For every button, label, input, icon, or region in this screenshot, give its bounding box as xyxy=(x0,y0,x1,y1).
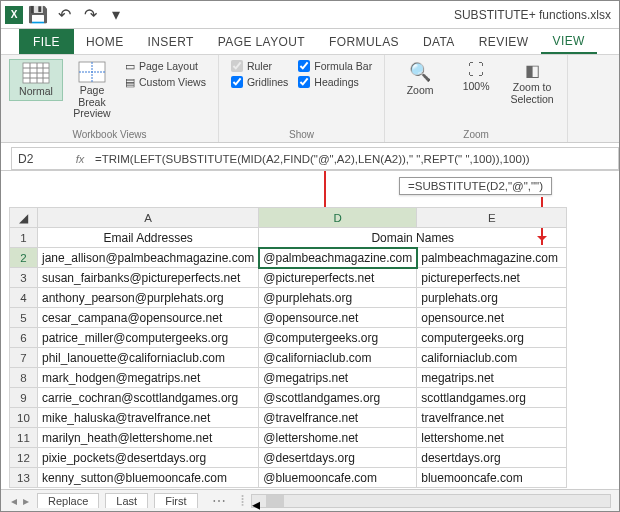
cell[interactable]: @bluemooncafe.com xyxy=(259,468,417,488)
zoom-100-button[interactable]: ⛶ 100% xyxy=(449,59,503,95)
row-header[interactable]: 1 xyxy=(10,228,38,248)
tab-data[interactable]: DATA xyxy=(411,29,467,54)
cell[interactable]: jane_allison@palmbeachmagazine.com xyxy=(38,248,259,268)
cell[interactable]: @megatrips.net xyxy=(259,368,417,388)
row-header[interactable]: 12 xyxy=(10,448,38,468)
cell[interactable]: @californiaclub.com xyxy=(259,348,417,368)
zoom-button[interactable]: 🔍 Zoom xyxy=(393,59,447,99)
floating-formula: =SUBSTITUTE(D2,"@","") xyxy=(399,177,552,195)
tab-home[interactable]: HOME xyxy=(74,29,136,54)
tab-review[interactable]: REVIEW xyxy=(467,29,541,54)
redo-button[interactable]: ↷ xyxy=(79,4,101,26)
cell[interactable]: patrice_miller@computergeeks.org xyxy=(38,328,259,348)
formula-bar: D2 fx =TRIM(LEFT(SUBSTITUTE(MID(A2,FIND(… xyxy=(1,147,619,171)
sheet-area: =SUBSTITUTE(D2,"@","") ◢ A D E 1 Email A… xyxy=(1,171,619,491)
sheet-tab-replace[interactable]: Replace xyxy=(37,493,99,508)
col-header-E[interactable]: E xyxy=(417,208,567,228)
normal-view-icon xyxy=(22,62,50,84)
ruler-checkbox[interactable]: Ruler xyxy=(227,59,292,73)
row-header[interactable]: 3 xyxy=(10,268,38,288)
fx-button[interactable]: fx xyxy=(71,147,89,170)
row-header[interactable]: 9 xyxy=(10,388,38,408)
cell[interactable]: @computergeeks.org xyxy=(259,328,417,348)
headings-checkbox[interactable]: Headings xyxy=(294,75,376,89)
row-header[interactable]: 8 xyxy=(10,368,38,388)
cell[interactable]: megatrips.net xyxy=(417,368,567,388)
tab-page-layout[interactable]: PAGE LAYOUT xyxy=(206,29,317,54)
cell[interactable]: @pictureperfects.net xyxy=(259,268,417,288)
row-header[interactable]: 13 xyxy=(10,468,38,488)
cell[interactable]: susan_fairbanks@pictureperfects.net xyxy=(38,268,259,288)
col-header-D[interactable]: D xyxy=(259,208,417,228)
qat-dropdown[interactable]: ▾ xyxy=(105,4,127,26)
save-button[interactable]: 💾 xyxy=(27,4,49,26)
row-header[interactable]: 6 xyxy=(10,328,38,348)
row-header[interactable]: 4 xyxy=(10,288,38,308)
page-break-preview-button[interactable]: Page Break Preview xyxy=(65,59,119,122)
cell[interactable]: @scottlandgames.org xyxy=(259,388,417,408)
cell[interactable]: desertdays.org xyxy=(417,448,567,468)
formula-bar-checkbox[interactable]: Formula Bar xyxy=(294,59,376,73)
excel-icon: X xyxy=(5,6,23,24)
cell[interactable]: Email Addresses xyxy=(38,228,259,248)
select-all-corner[interactable]: ◢ xyxy=(10,208,38,228)
row-header[interactable]: 2 xyxy=(10,248,38,268)
horizontal-scrollbar[interactable]: ◂ xyxy=(251,494,611,508)
cell[interactable]: scottlandgames.org xyxy=(417,388,567,408)
tab-view[interactable]: VIEW xyxy=(541,29,597,54)
cell[interactable]: @opensource.net xyxy=(259,308,417,328)
group-zoom: 🔍 Zoom ⛶ 100% ◧ Zoom to Selection Zoom xyxy=(385,55,568,142)
cell[interactable]: marilyn_heath@lettershome.net xyxy=(38,428,259,448)
custom-views-icon: ▤ xyxy=(125,76,135,88)
cell[interactable]: travelfrance.net xyxy=(417,408,567,428)
sheet-nav[interactable]: ◂▸ xyxy=(9,494,31,508)
cell[interactable]: anthony_pearson@purplehats.org xyxy=(38,288,259,308)
cell[interactable]: californiaclub.com xyxy=(417,348,567,368)
spreadsheet-grid[interactable]: ◢ A D E 1 Email Addresses Domain Names 2… xyxy=(9,207,567,488)
cell[interactable]: carrie_cochran@scottlandgames.org xyxy=(38,388,259,408)
cell[interactable]: cesar_campana@opensource.net xyxy=(38,308,259,328)
gridlines-checkbox[interactable]: Gridlines xyxy=(227,75,292,89)
cell[interactable]: @desertdays.org xyxy=(259,448,417,468)
zoom-selection-button[interactable]: ◧ Zoom to Selection xyxy=(505,59,559,107)
cell[interactable]: Domain Names xyxy=(259,228,567,248)
cell[interactable]: @travelfrance.net xyxy=(259,408,417,428)
formula-input[interactable]: =TRIM(LEFT(SUBSTITUTE(MID(A2,FIND("@",A2… xyxy=(89,147,619,170)
undo-button[interactable]: ↶ xyxy=(53,4,75,26)
group-label: Show xyxy=(227,129,376,140)
cell[interactable]: mike_haluska@travelfrance.net xyxy=(38,408,259,428)
cell[interactable]: @palmbeachmagazine.com xyxy=(259,248,417,268)
cell[interactable]: opensource.net xyxy=(417,308,567,328)
row-header[interactable]: 7 xyxy=(10,348,38,368)
cell[interactable]: computergeeks.org xyxy=(417,328,567,348)
sheet-tab-first[interactable]: First xyxy=(154,493,197,508)
more-tabs-icon[interactable]: ⋯ xyxy=(204,493,234,509)
tab-formulas[interactable]: FORMULAS xyxy=(317,29,411,54)
cell[interactable]: lettershome.net xyxy=(417,428,567,448)
group-label: Workbook Views xyxy=(9,129,210,140)
col-header-A[interactable]: A xyxy=(38,208,259,228)
cell[interactable]: phil_lanouette@californiaclub.com xyxy=(38,348,259,368)
custom-views-button[interactable]: ▤ Custom Views xyxy=(121,75,210,89)
normal-view-button[interactable]: Normal xyxy=(9,59,63,101)
cell[interactable]: pixie_pockets@desertdays.org xyxy=(38,448,259,468)
group-show: Ruler Gridlines Formula Bar Headings Sho… xyxy=(219,55,385,142)
cell[interactable]: purplehats.org xyxy=(417,288,567,308)
cell[interactable]: mark_hodgen@megatrips.net xyxy=(38,368,259,388)
page-layout-button[interactable]: ▭ Page Layout xyxy=(121,59,210,73)
row-header[interactable]: 5 xyxy=(10,308,38,328)
cell[interactable]: kenny_sutton@bluemooncafe.com xyxy=(38,468,259,488)
cell[interactable]: palmbeachmagazine.com xyxy=(417,248,567,268)
name-box[interactable]: D2 xyxy=(11,147,71,170)
cell[interactable]: bluemooncafe.com xyxy=(417,468,567,488)
tab-file[interactable]: FILE xyxy=(19,29,74,54)
cell[interactable]: @purplehats.org xyxy=(259,288,417,308)
cell[interactable]: pictureperfects.net xyxy=(417,268,567,288)
zoom-selection-icon: ◧ xyxy=(525,61,540,80)
group-label: Zoom xyxy=(393,129,559,140)
sheet-tab-last[interactable]: Last xyxy=(105,493,148,508)
row-header[interactable]: 10 xyxy=(10,408,38,428)
tab-insert[interactable]: INSERT xyxy=(136,29,206,54)
cell[interactable]: @lettershome.net xyxy=(259,428,417,448)
row-header[interactable]: 11 xyxy=(10,428,38,448)
